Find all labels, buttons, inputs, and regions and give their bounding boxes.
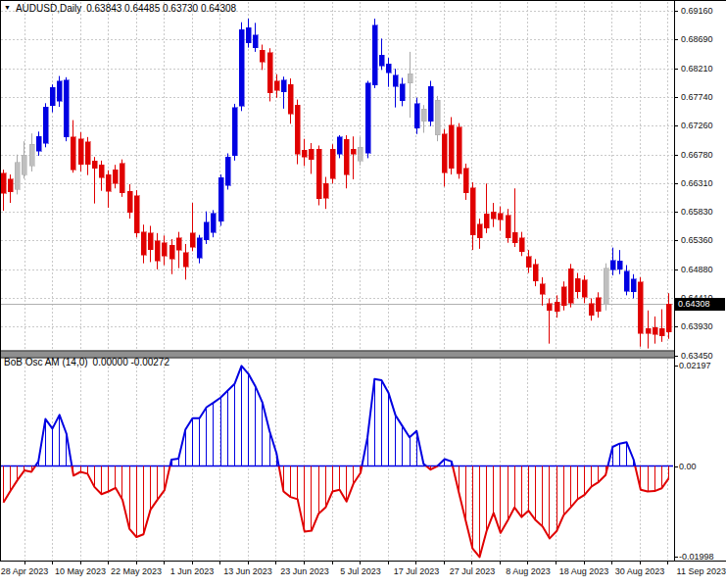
oscillator-panel[interactable] <box>1 359 673 560</box>
price-axis-label: 0.63930 <box>681 321 713 332</box>
price-axis-label: 0.65360 <box>681 235 713 246</box>
date-axis-label: 11 Sep 2023 <box>657 566 726 576</box>
chart-title-bar: ▼ AUDUSD,Daily 0.63843 0.64485 0.63730 0… <box>4 2 236 14</box>
price-axis-label: 0.67740 <box>681 92 713 103</box>
price-axis-label: 0.68690 <box>681 34 713 45</box>
price-panel[interactable] <box>1 2 673 350</box>
ohlc-values: 0.63843 0.64485 0.63730 0.64308 <box>86 3 236 14</box>
price-axis-label: 0.66780 <box>681 150 713 161</box>
symbol-period-title: AUDUSD,Daily <box>16 3 81 14</box>
indicator-values: 0.00000 -0.00272 <box>93 357 169 368</box>
current-price-badge: 0.64308 <box>674 298 725 311</box>
indicator-name: BoB Osc AM (14,0) <box>4 357 88 368</box>
indicator-title-bar: BoB Osc AM (14,0) 0.00000 -0.00272 <box>4 357 169 368</box>
oscillator-axis-label: -0.01998 <box>679 552 714 563</box>
price-axis-label: 0.65830 <box>681 207 713 218</box>
chart-frame <box>0 0 726 564</box>
price-axis-label: 0.67260 <box>681 121 713 131</box>
price-axis-label: 0.68210 <box>681 64 713 74</box>
chart-canvas[interactable] <box>0 0 726 588</box>
oscillator-axis-label: 0.02197 <box>679 361 711 371</box>
price-axis-label: 0.66310 <box>681 178 713 189</box>
price-axis-label: 0.69160 <box>681 6 713 17</box>
current-price-value: 0.64308 <box>678 299 710 309</box>
symbol-dropdown-icon[interactable]: ▼ <box>4 3 11 13</box>
oscillator-axis-label: 0.00 <box>679 462 697 472</box>
chart-window: ▼ AUDUSD,Daily 0.63843 0.64485 0.63730 0… <box>0 0 726 588</box>
price-axis-label: 0.64880 <box>681 265 713 275</box>
